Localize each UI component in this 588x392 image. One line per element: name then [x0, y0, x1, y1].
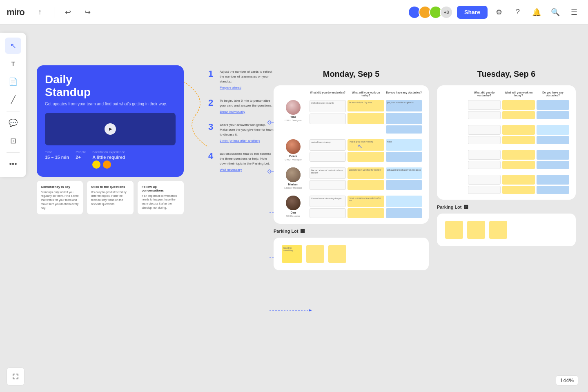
- avatar-count: +3: [440, 6, 453, 19]
- intro-stats: Time 15 – 15 min People 2+ Facilitation …: [45, 150, 176, 169]
- help-icon-button[interactable]: ?: [510, 5, 525, 20]
- info-card-followup: Follow up conversations If an important …: [138, 181, 184, 214]
- sticky-tool[interactable]: 📄: [5, 74, 21, 90]
- topbar-right: +3 Share ⚙ ? 🔔 🔍 ☰: [408, 5, 581, 20]
- separator: [54, 7, 54, 18]
- upload-button[interactable]: ↑: [33, 5, 47, 20]
- step-2: 2 To begin, take 5 min to personalize yo…: [208, 98, 274, 114]
- avatar-tilia: [286, 100, 301, 115]
- left-toolbar: ↖ T 📄 ╱ 💬 ⊡ •••: [0, 33, 26, 177]
- intro-card: DailyStandup Get updates from your team …: [37, 65, 184, 214]
- person-row-tilia: Tilia UX/UI Designer worked on user rese…: [280, 100, 422, 134]
- menu-icon-button[interactable]: ☰: [567, 5, 581, 20]
- info-card-questions: Stick to the questions It's easy to get …: [87, 181, 133, 214]
- monday-board: What did you do yesterday? What will you…: [274, 85, 429, 224]
- more-tools[interactable]: •••: [5, 156, 21, 172]
- avatar-group: +3: [408, 6, 453, 19]
- parking-lot-tuesday-board: [437, 214, 576, 246]
- share-button[interactable]: Share: [457, 6, 488, 19]
- expand-button[interactable]: [7, 368, 24, 385]
- intro-subtitle: Get updates from your team and find out …: [45, 101, 176, 107]
- settings-icon-button[interactable]: ⚙: [492, 5, 506, 20]
- tuesday-row-2: [443, 125, 569, 144]
- svg-marker-9: [309, 309, 312, 312]
- mini-avatar: [103, 160, 111, 169]
- avatar-dan: [286, 196, 301, 210]
- monday-title: Monday, Sep 5: [274, 69, 429, 79]
- person-row-mariam: Mariam Literary Member We had a team of …: [280, 167, 422, 190]
- canvas: DailyStandup Get updates from your team …: [0, 24, 588, 392]
- info-cards: Consistency is key Standups only work if…: [37, 181, 184, 214]
- tuesday-board: What did you do yesterday? What will you…: [437, 85, 576, 200]
- tuesday-row-4: [443, 175, 569, 194]
- zoom-level: 144%: [556, 375, 578, 385]
- cursor-tool[interactable]: ↖: [5, 38, 21, 54]
- person-row-denis: Denis UX/UI Manager revised team strateg…: [280, 139, 422, 162]
- avatar-denis: [286, 139, 301, 154]
- redo-button[interactable]: ↪: [80, 5, 95, 20]
- intro-title: DailyStandup: [45, 74, 176, 99]
- stat-people: People 2+: [76, 150, 86, 169]
- mini-avatar: [92, 160, 100, 169]
- tuesday-title: Tuesday, Sep 6: [437, 69, 576, 79]
- person-row-dan: Dan UX Designer Created some interesting…: [280, 196, 422, 218]
- step-1: 1 Adjust the number of cards to reflect …: [208, 69, 274, 90]
- stat-experience: Facilitation experience A little require…: [92, 150, 125, 169]
- info-card-consistency: Consistency is key Standups only work if…: [37, 181, 83, 214]
- comment-tool[interactable]: 💬: [5, 115, 21, 131]
- step-3: 3 Share your answers with group. Make su…: [208, 122, 274, 143]
- steps-section: 1 Adjust the number of cards to reflect …: [208, 69, 274, 180]
- undo-button[interactable]: ↩: [61, 5, 76, 20]
- frame-tool[interactable]: ⊡: [5, 133, 21, 149]
- monday-section: Monday, Sep 5 What did you do yesterday?…: [274, 69, 429, 270]
- topbar: miro ↑ ↩ ↪ +3 Share ⚙ ? 🔔 🔍 ☰: [0, 0, 588, 24]
- toolbar-separator: [7, 152, 20, 153]
- video-thumbnail[interactable]: ▶: [45, 113, 176, 145]
- play-button[interactable]: ▶: [105, 123, 116, 135]
- text-tool[interactable]: T: [5, 56, 21, 72]
- stat-time: Time 15 – 15 min: [45, 150, 69, 169]
- parking-lot-monday-board: Standing something: [274, 238, 429, 270]
- monday-col-headers: What did you do yesterday? What will you…: [280, 91, 422, 97]
- tuesday-col-headers: What did you do yesterday? What will you…: [443, 91, 569, 97]
- toolbar-separator: [7, 111, 20, 111]
- avatar-mariam: [286, 167, 301, 182]
- step-4: 4 But discussions that do not address th…: [208, 151, 274, 172]
- search-icon-button[interactable]: 🔍: [548, 5, 563, 20]
- tuesday-row-1: [443, 100, 569, 119]
- tuesday-row-3: [443, 150, 569, 169]
- tuesday-section: Tuesday, Sep 6 What did you do yesterday…: [437, 69, 576, 246]
- logo: miro: [7, 7, 24, 18]
- intro-blue-card: DailyStandup Get updates from your team …: [37, 65, 184, 177]
- parking-lot-tuesday: Parking Lot 🅿: [437, 205, 576, 246]
- line-tool[interactable]: ╱: [5, 91, 21, 108]
- parking-lot-monday: Parking Lot 🅿 Standing something: [274, 229, 429, 270]
- notifications-icon-button[interactable]: 🔔: [529, 5, 544, 20]
